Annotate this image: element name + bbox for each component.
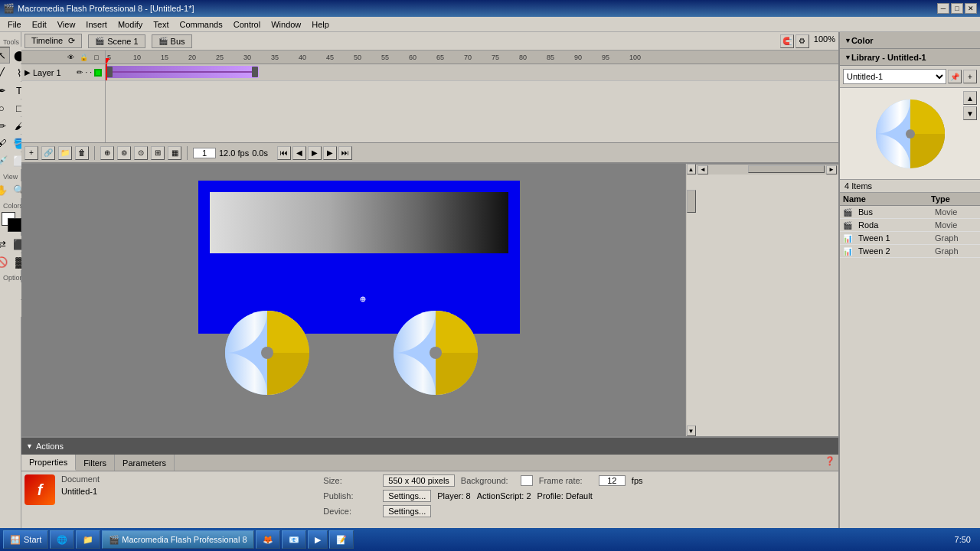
h-scrollbar[interactable]: ◄ ►	[696, 164, 838, 174]
swap-colors-btn[interactable]: ⇄	[0, 236, 10, 253]
close-button[interactable]: ✕	[965, 3, 977, 14]
layer-1[interactable]: ▶ Layer 1 ✏ · ·	[21, 64, 105, 81]
goto-end-btn[interactable]: ⏭	[338, 146, 352, 160]
onion-skin-outline-btn[interactable]: ⊙	[134, 146, 148, 160]
tween2-item-name: Tween 2	[858, 246, 932, 256]
taskbar-ie[interactable]: 🌐	[50, 530, 74, 549]
ink-bottle-tool[interactable]: 🖋	[0, 135, 10, 152]
playhead[interactable]	[106, 64, 107, 80]
v-scroll-down[interactable]: ▼	[687, 425, 696, 436]
snap-btn[interactable]: 🧲	[780, 34, 794, 48]
step-forward-btn[interactable]: ▶	[323, 146, 337, 160]
edit-multiple-frames-btn[interactable]: ⊞	[151, 146, 165, 160]
fill-color-box[interactable]	[8, 218, 21, 232]
add-layer-folder-btn[interactable]: 📁	[58, 146, 72, 160]
pencil-tool[interactable]: ✏	[0, 117, 10, 134]
center-frame-btn[interactable]: ⊕	[100, 146, 114, 160]
bg-color-picker[interactable]	[521, 475, 533, 486]
lib-item-tween2[interactable]: 📊 Tween 2 Graph	[840, 245, 980, 258]
menu-text[interactable]: Text	[149, 18, 173, 31]
taskbar-tb[interactable]: 📧	[282, 530, 306, 549]
step-back-btn[interactable]: ◀	[292, 146, 306, 160]
frame-90: 90	[574, 54, 582, 61]
library-select[interactable]: Untitled-1	[843, 69, 946, 84]
square-icon[interactable]: □	[91, 52, 102, 63]
taskbar-others[interactable]: 📝	[329, 530, 354, 549]
line-tool[interactable]: ╱	[0, 64, 10, 81]
menu-file[interactable]: File	[3, 18, 26, 31]
frame-input[interactable]	[193, 148, 216, 158]
h-scroll-thumb[interactable]	[748, 165, 825, 173]
modify-onion-markers-btn[interactable]: ▦	[168, 146, 181, 160]
lib-pin-btn[interactable]: 📌	[948, 70, 962, 83]
v-scrollbar[interactable]: ▲ ▼	[685, 164, 696, 436]
pen-tool[interactable]: ✒	[0, 82, 10, 99]
menu-insert[interactable]: Insert	[81, 18, 112, 31]
menu-modify[interactable]: Modify	[113, 18, 147, 31]
settings-btn[interactable]: ⚙	[795, 34, 809, 48]
timeline-ruler-area: 👁 🔒 □ ▶ Layer 1 ✏ · ·	[21, 51, 838, 142]
h-scroll-track	[710, 165, 825, 174]
onion-skin-btn[interactable]: ⊚	[117, 146, 131, 160]
device-btn[interactable]: Settings...	[383, 505, 431, 517]
add-layer-btn[interactable]: +	[24, 146, 38, 160]
taskbar-vlc[interactable]: ▶	[308, 530, 328, 549]
timeline-tab[interactable]: Timeline ⟳	[24, 34, 82, 48]
h-scroll-right[interactable]: ►	[826, 165, 837, 174]
size-btn[interactable]: 550 x 400 pixels	[383, 474, 455, 487]
props-help-btn[interactable]: ❓	[822, 455, 838, 471]
v-scroll-thumb[interactable]	[687, 190, 696, 213]
eyedropper-tool[interactable]: 💉	[0, 152, 10, 169]
layer-lock-btn[interactable]: ·	[90, 68, 92, 77]
layer-color-box	[94, 69, 102, 77]
menu-commands[interactable]: Commands	[175, 18, 227, 31]
no-color-btn[interactable]: 🚫	[0, 253, 10, 270]
playback-controls: ⏮ ◀ ▶ ▶ ⏭	[277, 146, 352, 160]
play-btn[interactable]: ▶	[308, 146, 322, 160]
eye-icon[interactable]: 👁	[65, 52, 76, 63]
preview-nav-down[interactable]: ▼	[963, 106, 977, 120]
bus-tab[interactable]: 🎬 Bus	[152, 34, 192, 48]
oval-tool[interactable]: ○	[0, 99, 10, 116]
menu-window[interactable]: Window	[266, 18, 305, 31]
v-scroll-up[interactable]: ▲	[687, 164, 696, 174]
tab-parameters[interactable]: Parameters	[115, 455, 175, 471]
preview-nav-up[interactable]: ▲	[963, 91, 977, 105]
taskbar-flash[interactable]: 🎬 Macromedia Flash Professional 8	[102, 530, 253, 549]
menu-control[interactable]: Control	[229, 18, 265, 31]
lib-item-roda[interactable]: 🎬 Roda Movie	[840, 219, 980, 232]
frame-100: 100	[629, 54, 641, 61]
publish-btn[interactable]: Settings...	[383, 490, 431, 502]
fps-input[interactable]	[599, 475, 626, 486]
scene-tab[interactable]: 🎬 Scene 1	[88, 34, 145, 48]
goto-start-btn[interactable]: ⏮	[277, 146, 291, 160]
frame-30: 30	[243, 54, 251, 61]
layer-edit-icon[interactable]: ✏	[77, 68, 83, 77]
option-btn-1[interactable]	[0, 282, 10, 299]
color-label: Color	[851, 36, 874, 45]
tab-filters[interactable]: Filters	[76, 455, 115, 471]
minimize-button[interactable]: ─	[937, 3, 949, 14]
menu-edit[interactable]: Edit	[28, 18, 51, 31]
canvas-area[interactable]: ▲ ▼	[21, 164, 696, 436]
add-motion-guide-btn[interactable]: 🔗	[41, 146, 55, 160]
menu-help[interactable]: Help	[307, 18, 334, 31]
taskbar-folder[interactable]: 📁	[76, 530, 100, 549]
start-button[interactable]: 🪟 Start	[3, 530, 48, 549]
lock-icon[interactable]: 🔒	[78, 52, 89, 63]
arrow-tool[interactable]: ↖	[0, 47, 10, 64]
delete-layer-btn[interactable]: 🗑	[75, 146, 89, 160]
hand-tool[interactable]: ✋	[0, 181, 10, 198]
menu-view[interactable]: View	[53, 18, 80, 31]
lib-add-btn[interactable]: +	[963, 70, 977, 83]
lib-item-bus[interactable]: 🎬 Bus Movie	[840, 206, 980, 219]
frame-content[interactable]	[106, 64, 838, 81]
taskbar-ff[interactable]: 🦊	[256, 530, 280, 549]
restore-button[interactable]: □	[951, 3, 963, 14]
tab-properties[interactable]: Properties	[21, 455, 76, 471]
layer-eye-icon[interactable]: ·	[85, 68, 87, 77]
h-scroll-left[interactable]: ◄	[697, 165, 708, 174]
lib-item-tween1[interactable]: 📊 Tween 1 Graph	[840, 232, 980, 245]
actions-bar[interactable]: ▼ Actions	[21, 438, 838, 455]
tween1-item-icon: 📊	[843, 234, 855, 243]
